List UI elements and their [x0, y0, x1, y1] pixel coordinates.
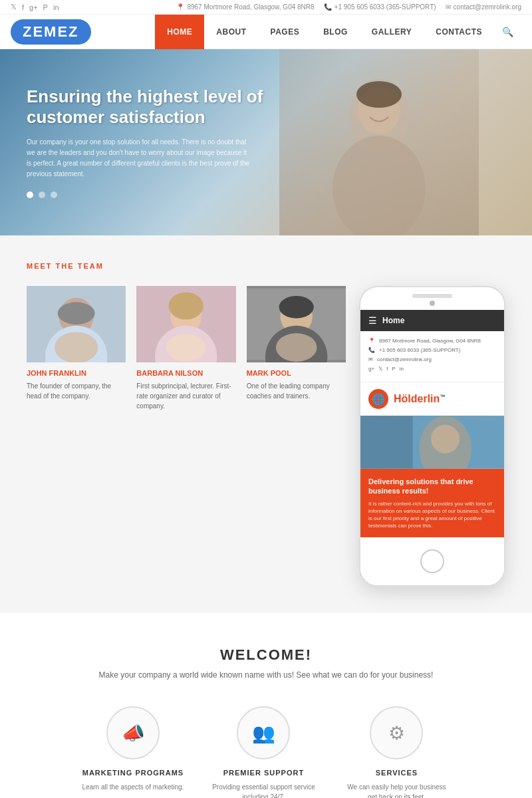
linkedin-icon[interactable]: in: [53, 3, 59, 11]
phone-phone: +1 905 603 6033 (365-SUPPORT): [379, 347, 460, 353]
feature-3: ⚙ SERVICES We can easily help your busin…: [343, 706, 450, 798]
email-text: contact@zemrolink.org: [454, 3, 521, 11]
nav-links: HOME ABOUT PAGES BLOG GALLERY CONTACTS 🔍: [155, 15, 521, 49]
feature-1: 📣 MARKETING PROGRAMS Learn all the aspec…: [82, 706, 184, 798]
team-desc-2: First subprincipal, lecturer. First-rate…: [136, 381, 235, 411]
team-desc-3: One of the leading company coaches and t…: [247, 381, 346, 401]
hero-dots[interactable]: [27, 192, 293, 198]
nav-item-pages[interactable]: PAGES: [259, 15, 312, 49]
nav-item-contacts[interactable]: CONTACTS: [424, 15, 494, 49]
phone-info-section: 📍 8967 Mortmore Road, Glasgow, G04 8NR8 …: [360, 331, 504, 382]
welcome-title: WELCOME!: [27, 646, 505, 664]
team-grid: JOHN FRANKLIN The founder of company, th…: [27, 286, 505, 587]
team-name-3: MARK POOL: [247, 369, 346, 377]
phone-hero-image: [360, 416, 504, 469]
support-icon: 👥: [237, 706, 290, 759]
phone-logo-section: 🌐 Hölderlin™: [360, 382, 504, 416]
team-name-1: JOHN FRANKLIN: [27, 369, 126, 377]
team-members: JOHN FRANKLIN The founder of company, th…: [27, 286, 346, 411]
social-links[interactable]: 𝕏 f g+ P in: [11, 3, 59, 11]
phone-social-fb: f: [386, 366, 388, 372]
svg-point-3: [356, 81, 402, 108]
svg-point-6: [58, 302, 95, 325]
google-icon[interactable]: g+: [29, 3, 38, 11]
pin-icon: 📍: [176, 3, 184, 11]
phone-nav-label: Home: [382, 316, 404, 325]
phone-home-button[interactable]: [420, 549, 444, 573]
hero-dot-1[interactable]: [27, 192, 33, 198]
phone-cta-section: Delivering solutions that drive business…: [360, 469, 504, 537]
svg-point-21: [431, 424, 460, 453]
services-icon: ⚙: [370, 706, 423, 759]
phone-social-row: g+ 𝕏 f P in: [368, 366, 496, 372]
phone-tm: ™: [440, 394, 445, 400]
twitter-icon[interactable]: 𝕏: [11, 3, 17, 11]
feature-title-2: PREMIER SUPPORT: [210, 769, 317, 777]
phone-email-item: ✉ contact@zemrolink.org: [368, 356, 496, 362]
hamburger-icon[interactable]: ☰: [368, 315, 377, 326]
phone-pin-icon: 📍: [368, 338, 375, 344]
hero-dot-3[interactable]: [51, 192, 57, 198]
phone-address: 8967 Mortmore Road, Glasgow, G04 8NR8: [379, 338, 481, 344]
phone-speaker: [412, 294, 452, 298]
phone-phone-item: 📞 +1 905 603 6033 (365-SUPPORT): [368, 347, 496, 353]
navbar: ZEMEZ HOME ABOUT PAGES BLOG GALLERY CONT…: [0, 15, 532, 49]
phone-cta-text: It is rather content-rich and provides y…: [368, 500, 496, 530]
phone-camera: [430, 301, 435, 306]
team-name-2: BARBARA NILSON: [136, 369, 235, 377]
phone-brand: Hölderlin™: [394, 393, 445, 405]
phone-text: +1 905 605 6033 (365-SUPPORT): [334, 3, 436, 11]
team-desc-1: The founder of company, the head of the …: [27, 381, 126, 401]
phone-icon: 📞: [324, 3, 332, 11]
logo[interactable]: ZEMEZ: [11, 19, 91, 45]
welcome-section: WELCOME! Make your company a world wide …: [0, 613, 532, 798]
hero-body: Our company is your one stop solution fo…: [27, 137, 253, 180]
svg-point-13: [166, 334, 206, 361]
email-info: ✉ contact@zemrolink.org: [446, 3, 521, 11]
phone-mockup: ☰ Home 📍 8967 Mortmore Road, Glasgow, G0…: [359, 286, 505, 587]
phone-screen: ☰ Home 📍 8967 Mortmore Road, Glasgow, G0…: [360, 310, 504, 585]
address-info: 📍 8967 Mortmore Road, Glasgow, G04 8NR8: [176, 3, 314, 11]
feature-2: 👥 PREMIER SUPPORT Providing essential su…: [210, 706, 317, 798]
pinterest-icon[interactable]: P: [43, 3, 48, 11]
features-grid: 📣 MARKETING PROGRAMS Learn all the aspec…: [27, 706, 505, 798]
nav-item-home[interactable]: HOME: [155, 15, 204, 49]
hero-heading: Ensuring the highest level of customer s…: [27, 86, 293, 128]
team-photo-3: [247, 286, 346, 362]
team-photo-2: [136, 286, 235, 362]
facebook-icon[interactable]: f: [22, 3, 24, 11]
hero-section: Ensuring the highest level of customer s…: [0, 49, 532, 235]
nav-item-about[interactable]: ABOUT: [204, 15, 258, 49]
phone-globe-icon: 🌐: [368, 389, 388, 409]
top-bar: 𝕏 f g+ P in 📍 8967 Mortmore Road, Glasgo…: [0, 0, 532, 15]
hero-dot-2[interactable]: [39, 192, 45, 198]
address-text: 8967 Mortmore Road, Glasgow, G04 8NR8: [187, 3, 314, 11]
svg-point-1: [332, 136, 426, 235]
phone-brand-name: Hölderlin: [394, 393, 440, 404]
phone-info: 📞 +1 905 605 6033 (365-SUPPORT): [324, 3, 436, 11]
feature-desc-3: We can easily help your business get bac…: [343, 782, 450, 798]
svg-point-11: [169, 292, 203, 319]
phone-social-pin: P: [392, 366, 395, 372]
phone-phone-icon: 📞: [368, 347, 375, 353]
hero-content: Ensuring the highest level of customer s…: [0, 66, 319, 218]
nav-item-blog[interactable]: BLOG: [311, 15, 360, 49]
feature-desc-1: Learn all the aspects of marketing.: [82, 782, 184, 792]
phone-email: contact@zemrolink.org: [377, 356, 432, 362]
phone-cta-title: Delivering solutions that drive business…: [368, 477, 496, 496]
top-bar-info: 📍 8967 Mortmore Road, Glasgow, G04 8NR8 …: [176, 3, 521, 11]
welcome-subtitle: Make your company a world wide known nam…: [27, 670, 505, 680]
phone-address-item: 📍 8967 Mortmore Road, Glasgow, G04 8NR8: [368, 338, 496, 344]
feature-title-3: SERVICES: [343, 769, 450, 777]
feature-desc-2: Providing essential support service incl…: [210, 782, 317, 798]
svg-point-18: [276, 333, 317, 362]
team-member-2: BARBARA NILSON First subprincipal, lectu…: [136, 286, 235, 411]
search-icon[interactable]: 🔍: [494, 27, 521, 37]
team-section-label: MEET THE TEAM: [27, 262, 505, 270]
email-icon: ✉: [446, 3, 451, 11]
phone-nav-bar: ☰ Home: [360, 310, 504, 331]
phone-social-google: g+: [368, 366, 374, 372]
team-member-3: MARK POOL One of the leading company coa…: [247, 286, 346, 411]
nav-item-gallery[interactable]: GALLERY: [360, 15, 424, 49]
feature-title-1: MARKETING PROGRAMS: [82, 769, 184, 777]
